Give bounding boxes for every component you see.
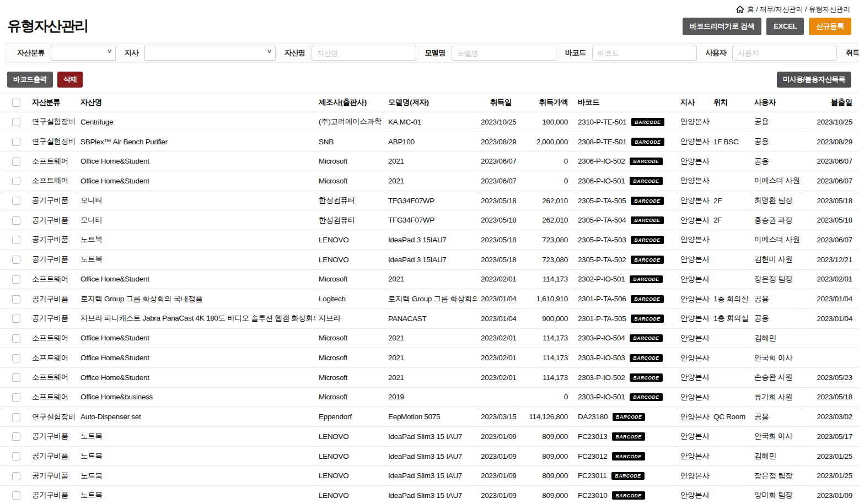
table-row: 공기구비품노트북LENOVOIdeaPad Slim3 15 IAU72023/…: [0, 427, 859, 447]
asset-name-input[interactable]: [312, 46, 416, 61]
barcode-badge[interactable]: BARCODE: [612, 491, 645, 500]
cell-name: Office Home&Student: [77, 348, 315, 368]
row-checkbox[interactable]: [12, 256, 20, 264]
barcode-badge[interactable]: BARCODE: [630, 354, 662, 362]
barcode-input[interactable]: [592, 46, 697, 61]
row-checkbox[interactable]: [12, 295, 20, 304]
cell-category: 공기구비품: [29, 210, 77, 230]
cell-issue_date: 2023/10/25: [801, 112, 859, 132]
new-register-button[interactable]: 신규등록: [809, 18, 851, 35]
cell-name: 노트북: [77, 427, 315, 447]
delete-button[interactable]: 삭제: [57, 72, 83, 88]
barcode-badge[interactable]: BARCODE: [631, 295, 663, 304]
barcode-text: 2308-P-TE-501: [578, 138, 626, 146]
row-checkbox[interactable]: [12, 393, 20, 402]
row-checkbox[interactable]: [12, 118, 20, 126]
cell-user: 공용: [751, 289, 801, 309]
barcode-text: 2306-P-IO-502: [578, 157, 625, 165]
cell-user: 공용: [751, 308, 801, 328]
column-header-name: 자산명: [77, 93, 315, 112]
row-checkbox[interactable]: [12, 177, 20, 185]
row-checkbox[interactable]: [12, 236, 20, 244]
cell-branch: 안양본사: [677, 250, 710, 269]
table-row: 연구실험장비Auto-Dispenser setEppendorfEepMoti…: [0, 407, 859, 427]
cell-acq_date: 2023/02/01: [477, 328, 518, 348]
barcode-badge[interactable]: BARCODE: [631, 315, 663, 323]
cell-branch: 안양본사: [677, 191, 710, 210]
row-checkbox[interactable]: [12, 197, 20, 205]
row-checkbox[interactable]: [12, 373, 20, 382]
user-input[interactable]: [732, 46, 837, 61]
cell-issue_date: 2023/06/07: [801, 171, 859, 191]
barcode-badge[interactable]: BARCODE: [630, 158, 662, 166]
cell-location: [710, 328, 751, 348]
row-checkbox[interactable]: [12, 452, 20, 460]
cell-issue_date: 2023/01/09: [801, 486, 859, 504]
barcode-print-button[interactable]: 바코드출력: [7, 72, 53, 88]
barcode-badge[interactable]: BARCODE: [611, 472, 644, 480]
select-all-checkbox[interactable]: [12, 99, 20, 107]
model-input[interactable]: [452, 46, 556, 61]
row-checkbox[interactable]: [12, 216, 20, 225]
barcode-badge[interactable]: BARCODE: [631, 236, 663, 244]
cell-acq_date: 2023/06/07: [477, 171, 518, 191]
barcode-badge[interactable]: BARCODE: [631, 118, 664, 126]
table-row: 소프트웨어Office Home&StudentMicrosoft2021202…: [0, 269, 859, 289]
cell-location: [710, 348, 751, 368]
column-header-acq_amount: 취득가액: [518, 93, 575, 112]
row-checkbox[interactable]: [12, 472, 20, 480]
cell-barcode: 2303-P-IO-504BARCODE: [575, 328, 677, 348]
home-icon: [736, 6, 744, 13]
breadcrumb[interactable]: 홈 / 재무/자산관리 / 유형자산관리: [736, 5, 850, 14]
row-checkbox[interactable]: [12, 432, 20, 441]
row-checkbox[interactable]: [12, 413, 20, 421]
cell-category: 공기구비품: [29, 446, 77, 466]
cell-user: 공용: [751, 132, 801, 151]
barcode-badge[interactable]: BARCODE: [612, 452, 645, 460]
row-checkbox[interactable]: [12, 315, 20, 323]
branch-select[interactable]: [144, 46, 276, 61]
row-checkbox[interactable]: [12, 491, 20, 500]
row-checkbox[interactable]: [12, 334, 20, 343]
column-header-user: 사용자: [751, 93, 801, 112]
barcode-badge[interactable]: BARCODE: [630, 393, 662, 402]
breadcrumb-path[interactable]: 홈 / 재무/자산관리 / 유형자산관리: [747, 5, 850, 14]
barcode-badge[interactable]: BARCODE: [630, 334, 662, 343]
cell-user: 공용: [751, 112, 801, 132]
barcode-badge[interactable]: BARCODE: [630, 177, 662, 185]
barcode-badge[interactable]: BARCODE: [612, 432, 645, 441]
model-label: 모델명: [425, 48, 446, 58]
cell-maker: Microsoft: [315, 269, 385, 289]
cell-model: TFG34F07WP: [385, 210, 477, 230]
barcode-text: FC23010: [578, 491, 607, 500]
barcode-badge[interactable]: BARCODE: [631, 256, 663, 264]
excel-button[interactable]: EXCEL: [766, 18, 804, 35]
column-header-acq_date: 취득일: [477, 93, 518, 112]
barcode-reader-search-button[interactable]: 바코드리더기로 검색: [683, 18, 762, 35]
barcode-badge[interactable]: BARCODE: [631, 216, 663, 225]
cell-model: IdeaPad Slim3 15 IAU7: [385, 486, 477, 504]
cell-acq_date: 2023/03/15: [477, 407, 518, 427]
row-checkbox[interactable]: [12, 354, 20, 362]
unused-asset-list-button[interactable]: 미사용/불용자산목록: [777, 72, 851, 88]
cell-branch: 안양본사: [677, 446, 710, 466]
barcode-badge[interactable]: BARCODE: [631, 138, 664, 146]
cell-issue_date: 2023/06/07: [801, 230, 859, 250]
barcode-badge[interactable]: BARCODE: [613, 413, 645, 421]
barcode-badge[interactable]: BARCODE: [630, 275, 662, 284]
asset-class-select[interactable]: [51, 46, 116, 61]
barcode-badge[interactable]: BARCODE: [630, 373, 662, 382]
cell-issue_date: 2023/05/23: [801, 367, 859, 387]
row-checkbox[interactable]: [12, 275, 20, 284]
cell-location: QC Room: [710, 407, 751, 427]
row-checkbox[interactable]: [12, 158, 20, 166]
cell-barcode: FC23011BARCODE: [575, 466, 677, 486]
topbar: 홈 / 재무/자산관리 / 유형자산관리: [0, 0, 859, 13]
page-title: 유형자산관리: [7, 17, 88, 36]
barcode-badge[interactable]: BARCODE: [631, 197, 663, 205]
row-checkbox[interactable]: [12, 138, 20, 146]
cell-maker: LENOVO: [315, 250, 385, 269]
user-label: 사용자: [706, 48, 727, 58]
cell-location: [710, 151, 751, 171]
cell-maker: (주)고려에이스과학: [315, 112, 385, 132]
